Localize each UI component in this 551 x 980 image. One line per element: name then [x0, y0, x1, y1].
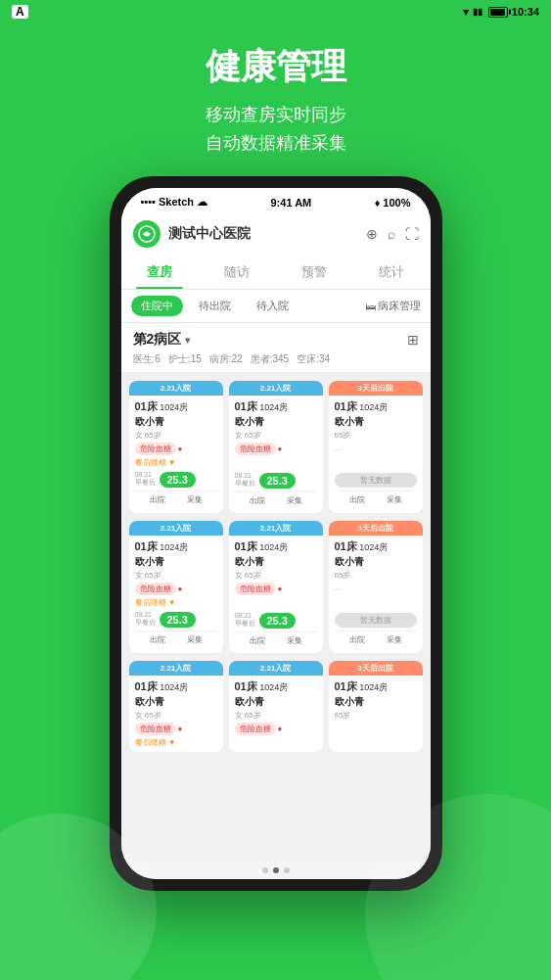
card-measurement: 08:21早餐后 25.3 [235, 612, 317, 629]
card-tag-admit: 2.21入院 [229, 521, 323, 536]
action-collect[interactable]: 采集 [387, 494, 402, 505]
action-discharge[interactable]: 出院 [349, 494, 365, 505]
patient-cards-container: 2.21入院 01床 1024房 欧小青 女 65岁 危险血糖● 餐后降糖 ▼ … [121, 373, 431, 862]
phone-mockup: •••• Sketch ☁ 9:41 AM ♦ 100% 测试中心医院 ⊕ ⌕ … [110, 176, 442, 891]
card-alert-secondary: 餐后降糖 ▼ [135, 457, 217, 468]
card-alert: 危险血糖● [235, 723, 317, 735]
bed-manage-label: 病床管理 [378, 299, 421, 313]
tab-statistics[interactable]: 统计 [353, 256, 431, 289]
ward-info-bar: 第2病区 ▾ ⊞ 医生:6 护士:15 病房:22 患者:345 空床:34 [121, 323, 431, 373]
action-discharge[interactable]: 出院 [150, 634, 165, 645]
card-tag-admit: 2.21入院 [129, 661, 223, 676]
card-name: 欧小青 [135, 415, 217, 429]
card-actions: 出院 采集 [335, 630, 417, 648]
patient-card[interactable]: 3天后出院 01床 1024房 欧小青 65岁 [329, 661, 423, 752]
card-alert: 危险血糖● [135, 583, 217, 595]
card-actions: 出院 采集 [135, 490, 217, 508]
outer-status-app: A [12, 5, 28, 19]
action-discharge[interactable]: 出院 [250, 495, 265, 506]
subtitle-line2: 自动数据精准采集 [20, 129, 531, 158]
action-collect[interactable]: 采集 [387, 634, 402, 645]
card-gender: 女 65岁 [235, 430, 317, 441]
card-room: 01床 1024房 [235, 679, 317, 694]
card-room: 01床 1024房 [235, 539, 317, 554]
action-collect[interactable]: 采集 [187, 634, 203, 645]
patient-card[interactable]: 2.21入院 01床 1024房 欧小青 女 65岁 危险血糖● 08:21早餐… [229, 521, 323, 653]
action-discharge[interactable]: 出院 [250, 635, 265, 646]
add-icon[interactable]: ⊕ [366, 226, 378, 242]
card-gender: 女 65岁 [135, 710, 217, 721]
logo-icon [138, 225, 156, 243]
action-collect[interactable]: 采集 [287, 635, 302, 646]
bed-icon: 🛏 [365, 301, 376, 312]
search-icon[interactable]: ⌕ [388, 226, 395, 242]
nav-tabs: 查房 随访 预警 统计 [121, 256, 431, 290]
stat-empty: 空床:34 [297, 352, 330, 366]
card-actions: 出院 采集 [235, 631, 317, 649]
card-tag-discharge: 3天后出院 [329, 661, 423, 676]
stat-nurse: 护士:15 [168, 352, 202, 366]
sub-tab-pending-discharge[interactable]: 待出院 [189, 296, 241, 316]
card-alert: 危险血糖● [135, 443, 217, 455]
header-icons: ⊕ ⌕ ⛶ [366, 226, 419, 242]
card-alert-secondary: 餐后降糖 ▼ [135, 597, 217, 608]
card-alert: 危险血糖● [235, 443, 317, 455]
dot-3 [284, 867, 290, 873]
card-room: 01床 1024房 [335, 679, 417, 694]
phone-status-bar: •••• Sketch ☁ 9:41 AM ♦ 100% [121, 188, 431, 212]
outer-status-bar: A ▾ ▮▮ 10:34 [0, 0, 551, 23]
card-alert: 危险血糖● [235, 583, 317, 595]
patient-card[interactable]: 3天后出院 01床 1024房 欧小青 65岁 ··· 暂无数据 出院 采集 [329, 521, 423, 653]
ward-name: 第2病区 ▾ [133, 331, 191, 349]
tab-follow-up[interactable]: 随访 [199, 256, 276, 289]
card-tag-admit: 2.21入院 [129, 521, 223, 536]
action-collect[interactable]: 采集 [187, 494, 203, 505]
card-actions: 出院 采集 [235, 491, 317, 509]
phone-battery: ♦ 100% [375, 197, 411, 209]
card-name: 欧小青 [335, 415, 417, 429]
expand-icon[interactable]: ⛶ [405, 226, 419, 242]
card-room: 01床 1024房 [235, 399, 317, 414]
patient-card[interactable]: 2.21入院 01床 1024房 欧小青 女 65岁 危险血糖● 08:21早餐… [229, 381, 323, 513]
card-measurement: 08:21早餐后 25.3 [235, 472, 317, 489]
wifi-icon: ▾ [463, 6, 469, 19]
action-discharge[interactable]: 出院 [150, 494, 165, 505]
card-name: 欧小青 [235, 555, 317, 569]
card-name: 欧小青 [335, 695, 417, 709]
time-display: 10:34 [512, 6, 539, 18]
sub-tab-pending-admit[interactable]: 待入院 [247, 296, 298, 316]
sub-tabs-bar: 住院中 待出院 待入院 🛏 病床管理 [121, 290, 431, 323]
card-name: 欧小青 [235, 695, 317, 709]
patient-card[interactable]: 2.21入院 01床 1024房 欧小青 女 65岁 危险血糖● [229, 661, 323, 752]
phone-time: 9:41 AM [271, 197, 312, 209]
stat-room: 病房:22 [209, 352, 243, 366]
cards-row-3: 2.21入院 01床 1024房 欧小青 女 65岁 危险血糖● 餐后降糖 ▼ … [129, 661, 423, 752]
app-top-bar: 测试中心医院 ⊕ ⌕ ⛶ [121, 212, 431, 256]
patient-card[interactable]: 3天后出院 01床 1024房 欧小青 65岁 ··· 暂无数据 出院 采集 [329, 381, 423, 513]
patient-card[interactable]: 2.21入院 01床 1024房 欧小青 女 65岁 危险血糖● 餐后降糖 ▼ … [129, 381, 223, 513]
card-tag-admit: 2.21入院 [129, 381, 223, 396]
phone-signal: •••• Sketch ☁ [141, 196, 208, 209]
bed-manage-btn[interactable]: 🛏 病床管理 [365, 299, 421, 313]
hospital-name: 测试中心医院 [168, 225, 358, 243]
card-gender: 65岁 [335, 710, 417, 721]
action-collect[interactable]: 采集 [287, 495, 302, 506]
sub-tab-inpatient[interactable]: 住院中 [131, 296, 183, 316]
tab-ward-round[interactable]: 查房 [121, 256, 199, 289]
patient-card[interactable]: 2.21入院 01床 1024房 欧小青 女 65岁 危险血糖● 餐后降糖 ▼ … [129, 521, 223, 653]
card-room: 01床 1024房 [335, 539, 417, 554]
card-gender: 女 65岁 [135, 570, 217, 581]
tab-alert[interactable]: 预警 [276, 256, 353, 289]
card-gender: 65岁 [335, 570, 417, 581]
patient-card[interactable]: 2.21入院 01床 1024房 欧小青 女 65岁 危险血糖● 餐后降糖 ▼ [129, 661, 223, 752]
grid-icon[interactable]: ⊞ [407, 332, 419, 348]
action-discharge[interactable]: 出院 [349, 634, 365, 645]
card-actions: 出院 采集 [135, 630, 217, 648]
battery-icon [488, 7, 508, 18]
card-gender: 女 65岁 [135, 430, 217, 441]
card-room: 01床 1024房 [135, 399, 217, 414]
card-alert: 危险血糖● [135, 723, 217, 735]
main-title: 健康管理 [20, 43, 531, 91]
dropdown-icon[interactable]: ▾ [185, 335, 190, 346]
card-measurement: 08:21早餐后 25.3 [135, 611, 217, 628]
